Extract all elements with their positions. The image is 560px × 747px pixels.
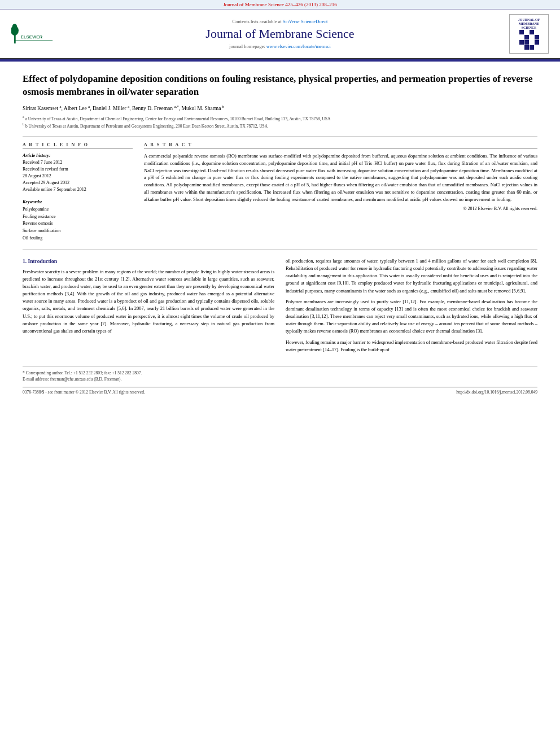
body-divider [23, 249, 537, 250]
intro-paragraph-right-2: Polymer membranes are increasingly used … [286, 298, 537, 335]
grid-cell [519, 45, 524, 50]
section1-title: 1. Introduction [23, 257, 274, 266]
article-history: Article history: Received 7 June 2012 Re… [23, 152, 133, 193]
svg-rect-0 [14, 34, 16, 43]
received-date: Received 7 June 2012 [23, 159, 133, 166]
journal-citation-banner: Journal of Membrane Science 425–426 (201… [0, 0, 560, 10]
bottom-bar: 0376-7388/$ - see front matter © 2012 El… [23, 387, 537, 395]
received-revised-label: Received in revised form [23, 166, 133, 173]
abstract-column: A B S T R A C T A commercial polyamide r… [144, 142, 537, 242]
abstract-text: A commercial polyamide reverse osmosis (… [144, 152, 537, 203]
svg-point-2 [12, 24, 18, 30]
grid-cell [524, 30, 529, 34]
grid-cell [535, 45, 539, 50]
info-abstract-section: A R T I C L E I N F O Article history: R… [23, 142, 537, 242]
grid-cell [535, 35, 539, 40]
header-left: ELSEVIER [11, 20, 62, 48]
grid-cell [524, 45, 529, 50]
keywords-list: Keywords: Polydopamine Fouling resistanc… [23, 199, 133, 242]
grid-cell [524, 40, 529, 45]
issn-line: 0376-7388/$ - see front matter © 2012 El… [23, 390, 145, 395]
corresponding-author-note: * Corresponding author. Tel.: +1 512 232… [23, 370, 537, 376]
article-info-column: A R T I C L E I N F O Article history: R… [23, 142, 133, 242]
keyword-5: Oil fouling [23, 235, 42, 241]
journal-logo-grid [519, 30, 539, 50]
svg-text:ELSEVIER: ELSEVIER [20, 34, 42, 40]
journal-logo-box: journal ofMEMBRANESCIENCE [509, 14, 549, 54]
journal-header: ELSEVIER Contents lists available at Sci… [0, 10, 560, 59]
sciverse-link: Contents lists available at SciVerse Sci… [62, 19, 498, 24]
grid-cell [530, 30, 534, 34]
journal-title: Journal of Membrane Science [62, 27, 498, 41]
section-divider [23, 136, 537, 137]
doi-line: http://dx.doi.org/10.1016/j.memsci.2012.… [456, 390, 537, 395]
body-left-column: 1. Introduction Freshwater scarcity is a… [23, 257, 274, 357]
grid-cell [519, 30, 524, 34]
affiliation-b: b b University of Texas at Austin, Depar… [23, 122, 537, 129]
affiliation-a: a a University of Texas at Austin, Depar… [23, 115, 537, 122]
intro-paragraph-left: Freshwater scarcity is a severe problem … [23, 268, 274, 335]
homepage-anchor[interactable]: www.elsevier.com/locate/memsci [266, 43, 331, 49]
body-right-column: oil production, requires large amounts o… [286, 257, 537, 357]
history-label: Article history: [23, 152, 133, 159]
grid-cell [530, 45, 534, 50]
affiliations: a a University of Texas at Austin, Depar… [23, 115, 537, 129]
page: Journal of Membrane Science 425–426 (201… [0, 0, 560, 747]
svg-rect-4 [14, 41, 53, 41]
keywords-label: Keywords: [23, 199, 42, 204]
journal-logo-title: journal ofMEMBRANESCIENCE [518, 18, 540, 30]
grid-cell [519, 35, 524, 40]
main-content: Effect of polydopamine deposition condit… [0, 62, 560, 406]
received-revised-date: 28 August 2012 [23, 173, 133, 180]
copyright-line: © 2012 Elsevier B.V. All rights reserved… [144, 206, 537, 211]
available-date: Available online 7 September 2012 [23, 186, 133, 193]
keyword-3: Reverse osmosis [23, 221, 53, 226]
elsevier-logo-icon: ELSEVIER [11, 20, 56, 47]
grid-cell [524, 35, 529, 40]
header-right: journal ofMEMBRANESCIENCE [498, 14, 549, 54]
grid-cell [530, 35, 534, 40]
keywords-block: Keywords: Polydopamine Fouling resistanc… [23, 199, 133, 242]
grid-cell [530, 40, 534, 45]
journal-citation: Journal of Membrane Science 425–426 (201… [223, 2, 336, 7]
article-title: Effect of polydopamine deposition condit… [23, 73, 537, 99]
accepted-date: Accepted 29 August 2012 [23, 180, 133, 186]
article-info-heading: A R T I C L E I N F O [23, 142, 133, 149]
keyword-4: Surface modification [23, 228, 60, 233]
intro-paragraph-right: oil production, requires large amounts o… [286, 257, 537, 295]
email-note: E-mail address: freeman@che.utexas.edu (… [23, 376, 537, 382]
footnotes: * Corresponding author. Tel.: +1 512 232… [23, 366, 537, 383]
grid-cell [535, 30, 539, 34]
sciverse-anchor[interactable]: SciVerse ScienceDirect [283, 19, 328, 24]
abstract-heading: A B S T R A C T [144, 142, 537, 149]
body-columns: 1. Introduction Freshwater scarcity is a… [23, 257, 537, 357]
authors-line: Sirirat Kasemset a, Albert Lee a, Daniel… [23, 104, 537, 111]
grid-cell [519, 40, 524, 45]
keyword-2: Fouling resistance [23, 214, 55, 219]
keyword-1: Polydopamine [23, 207, 49, 212]
header-center: Contents lists available at SciVerse Sci… [62, 19, 498, 49]
author-names: Sirirat Kasemset a, Albert Lee a, Daniel… [23, 106, 224, 111]
grid-cell [535, 40, 539, 45]
intro-paragraph-right-3: However, fouling remains a major barrier… [286, 339, 537, 353]
homepage-link: journal homepage: www.elsevier.com/locat… [62, 43, 498, 49]
